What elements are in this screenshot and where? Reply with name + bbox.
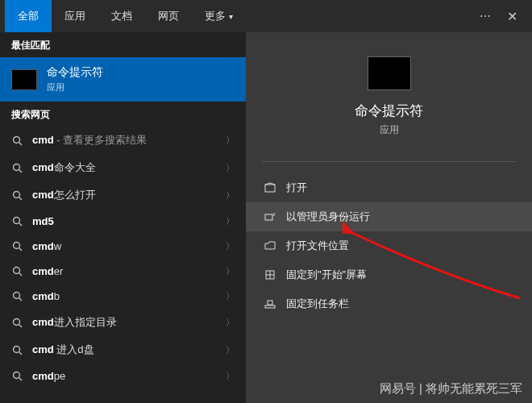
- search-icon: [11, 371, 23, 381]
- svg-point-6: [13, 218, 19, 224]
- action-run-admin[interactable]: 以管理员身份运行: [246, 202, 532, 231]
- svg-line-17: [19, 351, 22, 355]
- svg-line-11: [19, 273, 22, 276]
- suggestion-text: cmd - 查看更多搜索结果: [32, 133, 226, 147]
- svg-line-15: [19, 324, 22, 327]
- suggestion-text: cmder: [32, 265, 226, 277]
- chevron-right-icon: 〉: [226, 344, 235, 356]
- chevron-right-icon: 〉: [226, 290, 235, 302]
- suggestion-item[interactable]: cmd怎么打开〉: [0, 181, 246, 209]
- svg-point-18: [13, 372, 19, 379]
- search-icon: [11, 291, 23, 301]
- svg-line-9: [19, 248, 22, 251]
- svg-line-7: [19, 223, 22, 226]
- suggestion-item[interactable]: cmd命令大全〉: [0, 154, 246, 181]
- search-icon: [11, 345, 23, 355]
- best-match-header: 最佳匹配: [0, 32, 246, 57]
- suggestion-item[interactable]: cmd 进入d盘〉: [0, 336, 246, 364]
- chevron-right-icon: 〉: [226, 189, 235, 202]
- search-icon: [11, 241, 23, 251]
- action-open[interactable]: 打开: [246, 173, 532, 202]
- svg-point-0: [13, 136, 19, 143]
- chevron-right-icon: 〉: [226, 135, 235, 147]
- search-icon: [11, 266, 23, 276]
- suggestion-item[interactable]: cmder〉: [0, 259, 246, 284]
- chevron-right-icon: 〉: [226, 215, 235, 227]
- svg-point-14: [13, 318, 19, 325]
- suggestion-text: cmdw: [32, 240, 226, 252]
- action-pin-start[interactable]: 固定到"开始"屏幕: [246, 260, 532, 289]
- suggestion-text: cmd命令大全: [32, 160, 226, 175]
- tab-web[interactable]: 网页: [145, 0, 192, 32]
- chevron-right-icon: 〉: [226, 162, 235, 174]
- svg-point-2: [13, 164, 19, 170]
- suggestion-text: md5: [32, 215, 226, 227]
- folder-icon: [264, 240, 276, 251]
- watermark: 网易号 | 将帅无能累死三军: [380, 381, 522, 397]
- search-icon: [11, 318, 23, 328]
- open-icon: [264, 182, 276, 193]
- detail-title: 命令提示符: [355, 102, 423, 120]
- suggestion-text: cmd 进入d盘: [32, 343, 226, 357]
- separator: [262, 161, 516, 162]
- svg-rect-25: [265, 305, 275, 308]
- search-icon: [11, 190, 23, 201]
- detail-cmd-icon: [368, 56, 411, 90]
- detail-subtitle: 应用: [380, 123, 399, 137]
- tabs-bar: 全部 应用 文档 网页 更多 ▾ ⋯ ✕: [0, 0, 532, 32]
- svg-rect-21: [265, 214, 272, 220]
- svg-point-16: [13, 346, 19, 352]
- svg-point-10: [13, 268, 19, 274]
- tab-docs[interactable]: 文档: [98, 0, 145, 32]
- svg-rect-20: [265, 185, 275, 192]
- tab-all[interactable]: 全部: [5, 0, 52, 32]
- more-options-icon[interactable]: ⋯: [480, 10, 493, 23]
- close-icon[interactable]: ✕: [507, 9, 517, 24]
- best-match-subtitle: 应用: [47, 81, 103, 93]
- action-run-admin-label: 以管理员身份运行: [286, 210, 370, 224]
- search-icon: [11, 216, 23, 226]
- pin-start-icon: [264, 269, 276, 280]
- action-open-location[interactable]: 打开文件位置: [246, 231, 532, 260]
- pin-taskbar-icon: [264, 298, 276, 310]
- svg-line-13: [19, 298, 22, 301]
- action-pin-start-label: 固定到"开始"屏幕: [286, 268, 367, 282]
- search-icon: [11, 135, 23, 146]
- chevron-right-icon: 〉: [226, 370, 235, 382]
- suggestion-item[interactable]: cmdpe〉: [0, 364, 246, 388]
- svg-line-3: [19, 169, 22, 172]
- svg-line-5: [19, 197, 22, 200]
- tab-apps[interactable]: 应用: [52, 0, 98, 32]
- suggestion-text: cmdpe: [32, 370, 226, 382]
- chevron-right-icon: 〉: [226, 265, 235, 277]
- svg-line-19: [19, 378, 22, 381]
- action-open-location-label: 打开文件位置: [286, 239, 349, 253]
- suggestion-item[interactable]: cmdb〉: [0, 284, 246, 309]
- svg-point-8: [13, 243, 19, 249]
- svg-line-1: [19, 142, 22, 145]
- suggestion-text: cmd怎么打开: [32, 188, 226, 202]
- tab-more[interactable]: 更多 ▾: [192, 0, 246, 32]
- chevron-right-icon: 〉: [226, 317, 235, 329]
- action-pin-taskbar[interactable]: 固定到任务栏: [246, 289, 532, 318]
- suggestion-item[interactable]: cmd - 查看更多搜索结果〉: [0, 127, 246, 154]
- action-open-label: 打开: [286, 181, 307, 195]
- detail-panel: 命令提示符 应用 打开 以管理员身份运行 打开文件位置 固定到"开始"屏幕: [246, 32, 532, 403]
- search-icon: [11, 163, 23, 173]
- suggestion-text: cmd进入指定目录: [32, 315, 226, 330]
- cmd-icon: [11, 69, 37, 90]
- results-panel: 最佳匹配 命令提示符 应用 搜索网页 cmd - 查看更多搜索结果〉cmd命令大…: [0, 32, 246, 403]
- best-match-item[interactable]: 命令提示符 应用: [0, 57, 246, 102]
- web-search-header: 搜索网页: [0, 102, 246, 127]
- svg-rect-26: [268, 301, 272, 305]
- suggestion-item[interactable]: cmdw〉: [0, 234, 246, 259]
- suggestion-text: cmdb: [32, 290, 226, 302]
- suggestion-item[interactable]: cmd进入指定目录〉: [0, 309, 246, 336]
- svg-point-12: [13, 293, 19, 299]
- svg-point-4: [13, 191, 19, 197]
- admin-icon: [264, 211, 276, 222]
- suggestion-item[interactable]: md5〉: [0, 209, 246, 234]
- best-match-title: 命令提示符: [47, 65, 103, 80]
- chevron-right-icon: 〉: [226, 240, 235, 252]
- action-pin-taskbar-label: 固定到任务栏: [286, 297, 349, 311]
